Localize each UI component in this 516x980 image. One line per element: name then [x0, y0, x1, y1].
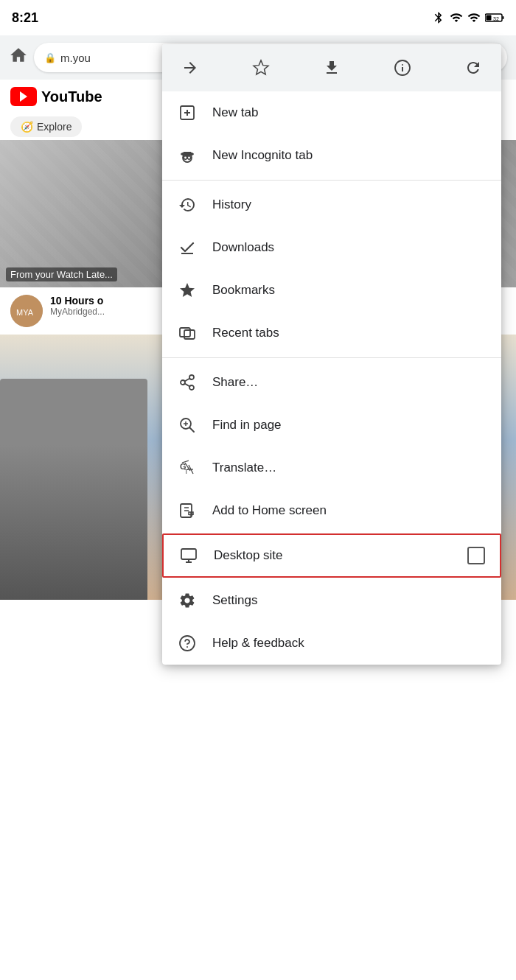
recent-tabs-item[interactable]: Recent tabs [162, 312, 501, 354]
settings-label: Settings [212, 593, 487, 608]
status-bar: 8:21 32 [0, 0, 516, 35]
share-item[interactable]: Share… [162, 361, 501, 404]
incognito-tab-item[interactable]: New Incognito tab [162, 134, 501, 177]
svg-text:MYA: MYA [16, 308, 34, 317]
desktop-site-checkbox[interactable] [467, 547, 485, 564]
svg-point-42 [180, 636, 195, 651]
svg-rect-1 [503, 16, 504, 19]
svg-rect-22 [184, 330, 195, 339]
history-item[interactable]: History [162, 183, 501, 226]
desktop-site-label: Desktop site [214, 548, 453, 563]
recent-tabs-label: Recent tabs [212, 326, 487, 340]
divider-1 [162, 180, 501, 181]
bookmarks-item[interactable]: Bookmarks [162, 269, 501, 312]
add-to-home-item[interactable]: Add to Home screen [162, 489, 501, 532]
star-icon[interactable] [248, 55, 274, 81]
svg-line-26 [185, 384, 190, 387]
svg-point-8 [402, 64, 403, 66]
svg-rect-2 [487, 15, 492, 21]
share-label: Share… [212, 375, 487, 390]
home-button[interactable] [9, 46, 28, 69]
help-icon [177, 633, 198, 654]
youtube-icon [10, 87, 37, 106]
translate-item[interactable]: G T Translate… [162, 447, 501, 489]
forward-icon[interactable] [177, 55, 203, 81]
svg-point-43 [186, 646, 188, 648]
svg-line-29 [190, 428, 195, 433]
divider-2 [162, 357, 501, 358]
downloads-item[interactable]: Downloads [162, 226, 501, 269]
explore-icon: 🧭 [21, 121, 33, 133]
svg-text:32: 32 [493, 16, 499, 21]
svg-line-27 [185, 379, 190, 382]
status-icons: 32 [432, 11, 504, 24]
find-in-page-label: Find in page [212, 418, 487, 433]
explore-label: Explore [37, 121, 72, 133]
svg-point-24 [181, 380, 185, 385]
settings-item[interactable]: Settings [162, 579, 501, 622]
url-text: m.you [60, 52, 91, 64]
incognito-icon [177, 145, 198, 166]
add-to-home-label: Add to Home screen [212, 503, 487, 518]
chess-person [0, 379, 147, 600]
battery-icon: 32 [485, 13, 504, 23]
desktop-site-item[interactable]: Desktop site [162, 533, 501, 578]
recent-tabs-icon [177, 323, 198, 343]
svg-point-25 [189, 385, 194, 390]
incognito-tab-label: New Incognito tab [212, 148, 487, 163]
bookmarks-label: Bookmarks [212, 283, 487, 298]
lock-icon: 🔒 [44, 52, 56, 63]
downloads-icon [177, 237, 198, 258]
help-feedback-label: Help & feedback [212, 636, 487, 651]
new-tab-icon [177, 102, 198, 123]
history-icon [177, 195, 198, 215]
status-time: 8:21 [12, 10, 38, 26]
youtube-logo: YouTube [10, 87, 102, 106]
explore-tab[interactable]: 🧭 Explore [10, 116, 82, 137]
history-label: History [212, 197, 487, 212]
channel-avatar: MYA [10, 295, 43, 327]
svg-line-18 [183, 157, 184, 158]
new-tab-label: New tab [212, 105, 487, 120]
find-icon [177, 415, 198, 435]
wifi-icon [467, 11, 481, 24]
help-feedback-item[interactable]: Help & feedback [162, 622, 501, 665]
watch-later-label: From your Watch Late... [6, 267, 117, 281]
svg-point-23 [189, 375, 194, 379]
translate-label: Translate… [212, 461, 487, 475]
svg-line-19 [191, 157, 192, 158]
svg-point-16 [187, 156, 190, 159]
dropdown-toolbar [162, 44, 501, 91]
svg-point-15 [184, 156, 186, 159]
youtube-label: YouTube [41, 88, 102, 105]
share-icon [177, 372, 198, 393]
downloads-label: Downloads [212, 240, 487, 255]
settings-icon [177, 590, 198, 611]
find-in-page-item[interactable]: Find in page [162, 404, 501, 447]
svg-rect-21 [180, 328, 190, 337]
download-page-icon[interactable] [318, 55, 345, 81]
info-icon[interactable] [389, 55, 416, 81]
dropdown-menu: New tab New Incognito tab Hi [162, 44, 501, 665]
bookmarks-icon [177, 280, 198, 301]
new-tab-item[interactable]: New tab [162, 91, 501, 134]
signal-icon [450, 11, 463, 24]
svg-rect-39 [181, 549, 196, 559]
refresh-icon[interactable] [460, 55, 487, 81]
translate-icon: G T [177, 458, 198, 478]
desktop-icon [178, 545, 199, 566]
add-home-icon [177, 500, 198, 521]
bluetooth-icon [432, 11, 445, 24]
